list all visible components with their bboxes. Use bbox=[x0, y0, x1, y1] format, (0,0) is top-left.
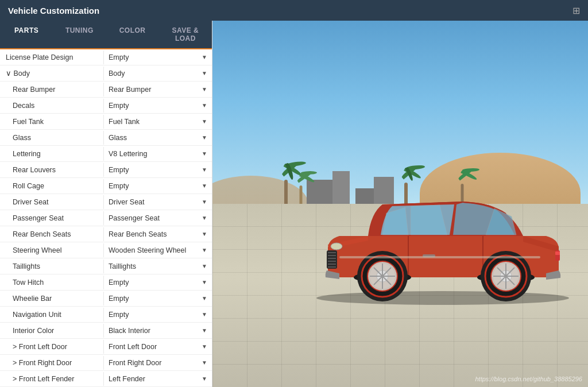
parts-row[interactable]: LetteringV8 Lettering▼ bbox=[0, 146, 212, 162]
dropdown-arrow-icon[interactable]: ▼ bbox=[197, 373, 212, 385]
svg-rect-4 bbox=[328, 258, 336, 259]
part-value: Front Right Door bbox=[104, 356, 197, 370]
svg-point-0 bbox=[316, 291, 569, 305]
parts-row[interactable]: Rear LouversEmpty▼ bbox=[0, 162, 212, 178]
parts-row[interactable]: GlassGlass▼ bbox=[0, 130, 212, 146]
part-value: Left Fender bbox=[104, 372, 197, 386]
part-label: > Front Left Door bbox=[0, 340, 103, 354]
dropdown-arrow-icon[interactable]: ▼ bbox=[197, 276, 212, 288]
dropdown-arrow-icon[interactable]: ▼ bbox=[197, 292, 212, 304]
game-viewport: https://blog.csdn.net/github_38885296 bbox=[212, 21, 588, 387]
parts-row[interactable]: Steering WheelWooden Steering Wheel▼ bbox=[0, 242, 212, 258]
part-value: Front Left Door bbox=[104, 340, 197, 354]
dropdown-arrow-icon[interactable]: ▼ bbox=[197, 228, 212, 240]
parts-row[interactable]: Rear Bench SeatsRear Bench Seats▼ bbox=[0, 226, 212, 242]
content-area: PARTS TUNING COLOR SAVE & LOAD License P… bbox=[0, 21, 588, 387]
parts-row[interactable]: Wheelie BarEmpty▼ bbox=[0, 291, 212, 307]
tab-bar: PARTS TUNING COLOR SAVE & LOAD bbox=[0, 21, 212, 49]
part-label: License Plate Design bbox=[0, 51, 103, 64]
part-label: Passenger Seat bbox=[0, 211, 103, 225]
parts-row[interactable]: Passenger SeatPassenger Seat▼ bbox=[0, 210, 212, 226]
dropdown-arrow-icon[interactable]: ▼ bbox=[197, 244, 212, 256]
dropdown-arrow-icon[interactable]: ▼ bbox=[197, 196, 212, 208]
part-value: Fuel Tank bbox=[104, 115, 197, 129]
part-value: Empty bbox=[104, 276, 197, 289]
dropdown-arrow-icon[interactable]: ▼ bbox=[197, 99, 212, 111]
part-label: Rear Bumper bbox=[0, 83, 103, 96]
part-label: Steering Wheel bbox=[0, 243, 103, 257]
part-label: Glass bbox=[0, 131, 103, 145]
part-value: Empty bbox=[104, 99, 197, 113]
svg-rect-5 bbox=[328, 261, 336, 262]
svg-rect-2 bbox=[328, 252, 336, 253]
parts-row[interactable]: License Plate DesignEmpty▼ bbox=[0, 49, 212, 65]
parts-list: License Plate DesignEmpty▼∨ BodyBody▼Rea… bbox=[0, 49, 212, 387]
parts-row[interactable]: > Front Left DoorFront Left Door▼ bbox=[0, 339, 212, 355]
part-value: Rear Bench Seats bbox=[104, 227, 197, 241]
car-model bbox=[293, 156, 569, 307]
part-label: Fuel Tank bbox=[0, 115, 103, 129]
app-window: Vehicle Customization ⊞ PARTS TUNING COL… bbox=[0, 0, 588, 387]
part-value: Empty bbox=[104, 292, 197, 305]
svg-rect-10 bbox=[555, 251, 560, 255]
part-value: V8 Lettering bbox=[104, 147, 197, 161]
parts-row[interactable]: DecalsEmpty▼ bbox=[0, 98, 212, 114]
dropdown-arrow-icon[interactable]: ▼ bbox=[197, 51, 212, 63]
dropdown-arrow-icon[interactable]: ▼ bbox=[197, 357, 212, 369]
left-panel: PARTS TUNING COLOR SAVE & LOAD License P… bbox=[0, 21, 212, 387]
part-value: Empty bbox=[104, 51, 197, 64]
svg-rect-39 bbox=[339, 256, 540, 258]
window-icon[interactable]: ⊞ bbox=[572, 5, 580, 16]
part-value: Empty bbox=[104, 179, 197, 193]
part-value: Black Interior bbox=[104, 324, 197, 338]
svg-point-8 bbox=[331, 243, 342, 250]
parts-row[interactable]: Rear BumperRear Bumper▼ bbox=[0, 82, 212, 98]
parts-row[interactable]: Navigation UnitEmpty▼ bbox=[0, 307, 212, 323]
dropdown-arrow-icon[interactable]: ▼ bbox=[197, 180, 212, 192]
part-label: > Front Left Fender bbox=[0, 372, 103, 386]
part-label: Rear Louvers bbox=[0, 163, 103, 177]
dropdown-arrow-icon[interactable]: ▼ bbox=[197, 340, 212, 353]
dropdown-arrow-icon[interactable]: ▼ bbox=[197, 83, 212, 95]
parts-row[interactable]: > Front Left FenderLeft Fender▼ bbox=[0, 371, 212, 387]
part-value: Glass bbox=[104, 131, 197, 145]
dropdown-arrow-icon[interactable]: ▼ bbox=[197, 131, 212, 144]
part-value: Driver Seat bbox=[104, 195, 197, 209]
parts-row[interactable]: > Front Right DoorFront Right Door▼ bbox=[0, 355, 212, 371]
part-label: Lettering bbox=[0, 147, 103, 161]
watermark: https://blog.csdn.net/github_38885296 bbox=[475, 376, 582, 382]
window-title: Vehicle Customization bbox=[8, 6, 99, 16]
dropdown-arrow-icon[interactable]: ▼ bbox=[197, 115, 212, 127]
parts-row[interactable]: Interior ColorBlack Interior▼ bbox=[0, 323, 212, 339]
tab-tuning[interactable]: TUNING bbox=[53, 21, 106, 48]
dropdown-arrow-icon[interactable]: ▼ bbox=[197, 164, 212, 176]
dropdown-arrow-icon[interactable]: ▼ bbox=[197, 308, 212, 320]
dropdown-arrow-icon[interactable]: ▼ bbox=[197, 212, 212, 224]
svg-rect-7 bbox=[328, 266, 336, 268]
dropdown-arrow-icon[interactable]: ▼ bbox=[197, 324, 212, 336]
tab-parts[interactable]: PARTS bbox=[0, 21, 53, 49]
part-label: Navigation Unit bbox=[0, 308, 103, 322]
parts-row[interactable]: TaillightsTaillights▼ bbox=[0, 258, 212, 274]
part-label: Tow Hitch bbox=[0, 276, 103, 289]
part-value: Empty bbox=[104, 163, 197, 177]
dropdown-arrow-icon[interactable]: ▼ bbox=[197, 148, 212, 160]
part-label: > Front Right Door bbox=[0, 356, 103, 370]
tab-color[interactable]: COLOR bbox=[106, 21, 159, 48]
parts-row[interactable]: Fuel TankFuel Tank▼ bbox=[0, 114, 212, 130]
parts-row[interactable]: Tow HitchEmpty▼ bbox=[0, 274, 212, 291]
parts-row[interactable]: ∨ BodyBody▼ bbox=[0, 65, 212, 82]
title-bar: Vehicle Customization ⊞ bbox=[0, 0, 588, 21]
part-label: Interior Color bbox=[0, 324, 103, 338]
tab-save-load[interactable]: SAVE & LOAD bbox=[159, 21, 212, 48]
part-label: Wheelie Bar bbox=[0, 292, 103, 305]
part-label: Roll Cage bbox=[0, 179, 103, 193]
part-label: ∨ Body bbox=[0, 66, 103, 80]
part-value: Empty bbox=[104, 308, 197, 322]
parts-row[interactable]: Roll CageEmpty▼ bbox=[0, 178, 212, 194]
parts-row[interactable]: Driver SeatDriver Seat▼ bbox=[0, 194, 212, 210]
dropdown-arrow-icon[interactable]: ▼ bbox=[197, 260, 212, 272]
part-label: Rear Bench Seats bbox=[0, 227, 103, 241]
part-value: Passenger Seat bbox=[104, 211, 197, 225]
dropdown-arrow-icon[interactable]: ▼ bbox=[197, 67, 212, 79]
